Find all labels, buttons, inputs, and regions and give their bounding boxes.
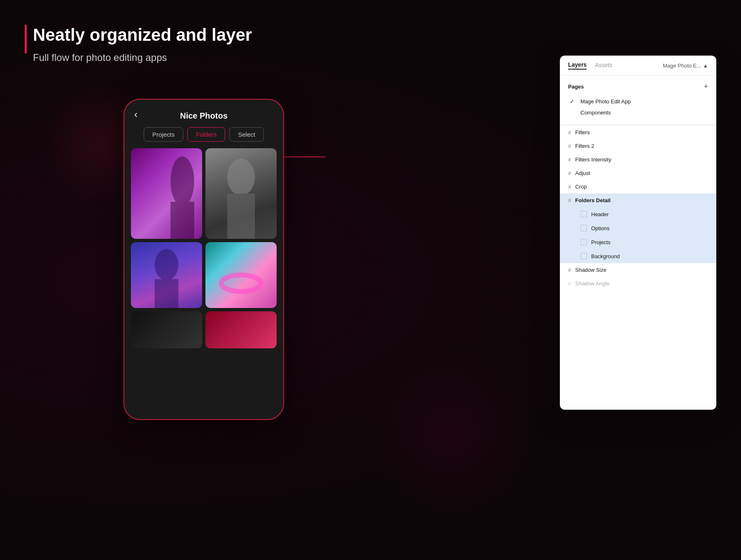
hash-icon: # (568, 170, 571, 176)
photo-girl-neon-img (131, 242, 202, 308)
photo-grid (124, 148, 283, 308)
page-name-components: Components (580, 110, 611, 116)
photo-neon-ring-img (205, 242, 277, 308)
dashed-frame-icon (580, 239, 587, 245)
photo-cell-4 (205, 242, 277, 308)
layer-label: Filters 2 (575, 143, 594, 149)
layer-header[interactable]: Header (560, 207, 716, 221)
figma-tab-bar: Layers Assets Mage Photo E... ▲ (560, 56, 716, 76)
layer-label: Filters (575, 129, 590, 135)
hash-icon: # (568, 129, 571, 135)
layer-crop[interactable]: # Crop (560, 180, 716, 194)
hash-icon: # (568, 197, 571, 203)
figma-pages-header: Pages + (568, 82, 708, 91)
svg-point-0 (170, 156, 194, 206)
layer-label: Header (591, 211, 609, 217)
back-button[interactable]: ‹ (134, 109, 137, 120)
layer-label: Options (591, 225, 610, 231)
hash-icon: # (568, 156, 571, 163)
dashed-frame-icon (580, 225, 587, 231)
hash-icon: # (568, 143, 571, 149)
phone-screen-title: Nice Photos (180, 111, 228, 121)
phone-mockup-container: ‹ Nice Photos Projects Folders Select (124, 99, 284, 420)
dashed-frame-icon (580, 211, 587, 217)
layers-list: # Filters # Filters 2 # Filters Intensit… (560, 125, 716, 290)
phone-header: ‹ Nice Photos (124, 100, 283, 127)
page-item-main[interactable]: ✓ Mage Photo Edit App (568, 96, 708, 107)
figma-pages-section: Pages + ✓ Mage Photo Edit App Components (560, 76, 716, 125)
main-subheadline: Full flow for photo editing apps (25, 52, 252, 63)
tab-folders[interactable]: Folders (187, 127, 225, 142)
photo-purple-curtain-img (131, 148, 202, 239)
chevron-up-icon: ▲ (703, 63, 708, 69)
tab-projects[interactable]: Projects (144, 127, 183, 142)
layer-label: Crop (575, 184, 587, 190)
main-headline: Neatly organized and layer (25, 25, 252, 45)
phone-bottom-photos (124, 311, 283, 348)
page-name-main: Mage Photo Edit App (580, 98, 631, 105)
figma-file-dropdown[interactable]: Mage Photo E... ▲ (663, 63, 708, 69)
layer-background[interactable]: Background (560, 249, 716, 263)
layer-adjust[interactable]: # Adjust (560, 166, 716, 180)
svg-rect-5 (155, 279, 179, 308)
hash-icon: # (568, 280, 571, 287)
layer-label: Shadow Size (575, 267, 606, 273)
phone-tab-bar: Projects Folders Select (124, 127, 283, 148)
layer-folders-detail[interactable]: # Folders Detail (560, 194, 716, 207)
check-icon: ✓ (570, 98, 576, 105)
svg-point-4 (155, 249, 179, 280)
pages-title: Pages (568, 84, 584, 90)
tab-select[interactable]: Select (229, 127, 264, 142)
figma-tab-layers[interactable]: Layers (568, 61, 587, 70)
phone-device: ‹ Nice Photos Projects Folders Select (124, 99, 284, 420)
layer-label: Projects (591, 239, 611, 245)
svg-point-2 (227, 159, 255, 196)
layer-shadow-angle[interactable]: # Shadow Angle (560, 277, 716, 290)
bg-decoration-2 (370, 354, 535, 519)
layer-label: Background (591, 253, 620, 259)
layer-projects[interactable]: Projects (560, 235, 716, 249)
page-item-components[interactable]: Components (568, 107, 708, 118)
svg-point-6 (221, 275, 261, 292)
layer-label: Filters Intensity (575, 156, 611, 163)
figma-tab-assets[interactable]: Assets (595, 62, 612, 69)
figma-layers-panel: Layers Assets Mage Photo E... ▲ Pages + … (560, 56, 716, 410)
photo-cell-2 (205, 148, 277, 239)
hash-icon: # (568, 184, 571, 190)
photo-cell-1 (131, 148, 202, 239)
photo-cell-6 (205, 311, 277, 348)
left-content-section: Neatly organized and layer Full flow for… (25, 25, 252, 63)
layer-filters-intensity[interactable]: # Filters Intensity (560, 153, 716, 166)
add-page-button[interactable]: + (704, 82, 708, 91)
photo-cell-3 (131, 242, 202, 308)
layer-filters-2[interactable]: # Filters 2 (560, 139, 716, 153)
hash-icon: # (568, 267, 571, 273)
photo-woman-dark-img (205, 148, 277, 239)
figma-file-name: Mage Photo E... (663, 63, 701, 69)
layer-label: Folders Detail (575, 197, 611, 203)
photo-cell-5 (131, 311, 202, 348)
layer-shadow-size[interactable]: # Shadow Size (560, 263, 716, 277)
dashed-frame-icon (580, 253, 587, 259)
layer-label: Shadow Angle (575, 280, 609, 287)
layer-label: Adjust (575, 170, 590, 176)
accent-bar-decoration (25, 25, 27, 54)
layer-options[interactable]: Options (560, 221, 716, 235)
svg-rect-1 (170, 202, 194, 239)
layer-filters[interactable]: # Filters (560, 125, 716, 139)
svg-rect-3 (227, 194, 255, 239)
